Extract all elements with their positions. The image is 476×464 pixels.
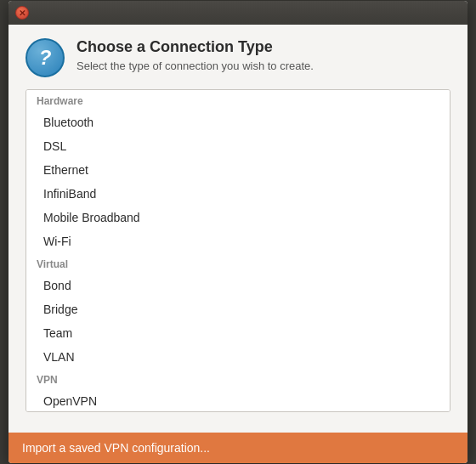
list-item-vlan[interactable]: VLAN [26,345,450,369]
question-icon: ? [26,38,65,77]
list-item-dsl[interactable]: DSL [26,134,450,158]
list-item-openvpn[interactable]: OpenVPN [26,389,450,412]
section-header-vpn: VPN [26,369,450,389]
import-bar: Import a saved VPN configuration... [8,433,468,463]
dialog-content: ? Choose a Connection Type Select the ty… [8,25,468,433]
dialog-header: ? Choose a Connection Type Select the ty… [26,38,450,77]
list-item-wifi[interactable]: Wi-Fi [26,229,450,253]
import-vpn-button[interactable]: Import a saved VPN configuration... [22,441,210,455]
list-item-bridge[interactable]: Bridge [26,297,450,321]
list-item-ethernet[interactable]: Ethernet [26,158,450,182]
list-item-bond[interactable]: Bond [26,274,450,297]
close-button[interactable]: ✕ [15,6,29,20]
titlebar: ✕ [8,1,468,25]
dialog-window: ✕ ? Choose a Connection Type Select the … [8,1,468,463]
list-item-infiniband[interactable]: InfiniBand [26,182,450,206]
close-icon: ✕ [19,8,26,18]
list-item-bluetooth[interactable]: Bluetooth [26,110,450,134]
section-header-virtual: Virtual [26,253,450,274]
connection-type-list: HardwareBluetoothDSLEthernetInfiniBandMo… [26,89,450,412]
dialog-subtitle: Select the type of connection you wish t… [76,59,314,72]
list-item-team[interactable]: Team [26,321,450,345]
dialog-title: Choose a Connection Type [76,38,314,56]
section-header-hardware: Hardware [26,90,450,110]
list-item-mobile-broadband[interactable]: Mobile Broadband [26,206,450,229]
header-text: Choose a Connection Type Select the type… [76,38,314,72]
